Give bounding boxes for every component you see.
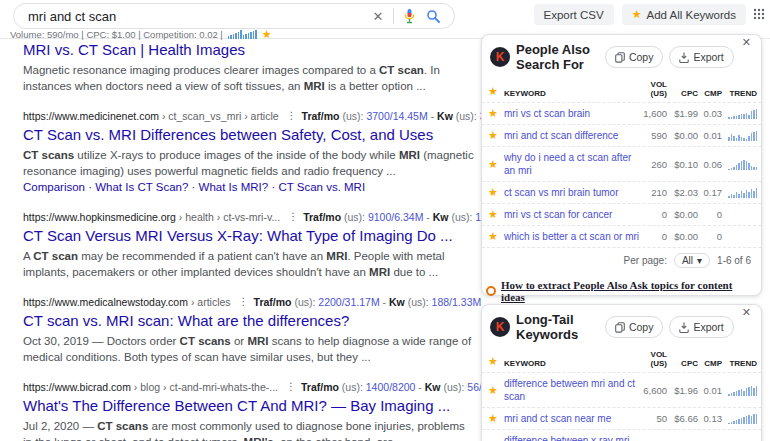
trend-sparkline [727, 108, 757, 119]
trend-sparkline [228, 30, 257, 39]
star-icon[interactable]: ★ [488, 384, 500, 397]
trend-sparkline [727, 209, 757, 220]
traffic-metric-link[interactable]: 9100/6.34M [368, 211, 423, 223]
volume-value: 1,600 [641, 108, 667, 119]
keyword-row: ★ difference between x ray mri and ct sc… [482, 429, 761, 441]
result-sitelinks[interactable]: Comparison · What Is CT Scan? · What Is … [23, 179, 475, 195]
pasf-panel-title: People Also Search For [516, 42, 599, 72]
result-breadcrumb[interactable]: https://www.medicalnewstoday.com › artic… [23, 295, 231, 309]
search-bar: ✕ [13, 3, 455, 29]
keywords-metric-link[interactable]: 188/1.33M [432, 296, 482, 308]
volume-value: 590 [641, 130, 667, 141]
export-button[interactable]: Export [669, 46, 733, 68]
cmp-value: 0.01 [702, 385, 722, 396]
kebab-menu-icon[interactable]: ⋮ [288, 210, 298, 224]
result-snippet: Jul 2, 2020 — CT scans are most commonly… [23, 418, 475, 441]
mic-icon[interactable] [400, 7, 418, 25]
cpc-value: $0.00 [671, 209, 698, 220]
cpc-value: $1.99 [671, 108, 698, 119]
search-input[interactable] [28, 9, 369, 24]
traffic-metric-link[interactable]: 3700/14.45M [366, 110, 427, 122]
keyword-row: ★ ct scan vs mri brain tumor 210 $2.03 0… [482, 181, 761, 203]
copy-button[interactable]: Copy [605, 316, 664, 338]
kwe-query-metrics: Volume: 590/mo | CPC: $1.00 | Competitio… [10, 28, 272, 41]
keyword-column-header: KEYWORD [504, 89, 641, 98]
traffic-metric-link[interactable]: 1400/8200 [366, 381, 416, 393]
keyword-link[interactable]: why do i need a ct scan after an mri [504, 151, 641, 177]
volume-value: 0 [641, 231, 667, 242]
export-button[interactable]: Export [669, 316, 733, 338]
clear-search-icon[interactable]: ✕ [369, 7, 387, 25]
result-title-link[interactable]: CT Scan Versus MRI Versus X-Ray: What Ty… [23, 226, 475, 246]
per-page-label: Per page: [624, 255, 667, 266]
keyword-link[interactable]: mri vs ct scan for cancer [504, 208, 641, 221]
close-panel-icon[interactable]: ✕ [740, 34, 753, 51]
keyword-row: ★ mri and ct scan difference 590 $0.00 0… [482, 124, 761, 146]
pasf-panel: K People Also Search For Copy Export ✕ ★… [481, 34, 762, 296]
trend-sparkline [727, 187, 757, 198]
star-icon[interactable]: ★ [488, 230, 500, 243]
star-icon[interactable]: ★ [488, 412, 500, 425]
keywords-everywhere-logo-icon: K [490, 317, 510, 337]
star-icon[interactable]: ★ [488, 208, 500, 221]
kebab-menu-icon[interactable]: ⋮ [239, 295, 249, 309]
search-result: https://www.hopkinsmedicine.org › health… [23, 210, 475, 280]
close-panel-icon[interactable]: ✕ [740, 304, 753, 321]
table-header: ★ KEYWORD VOL(US) CPC CMP TREND [482, 77, 761, 102]
cmp-value: 0.13 [702, 413, 722, 424]
cpc-value: $1.96 [671, 385, 698, 396]
longtail-keyword-list: ★ difference between mri and ct scan 6,6… [482, 372, 761, 441]
pasf-help-link[interactable]: How to extract People Also Ask topics fo… [501, 279, 757, 303]
trend-sparkline [727, 159, 757, 170]
pagination-row: Per page: All ▾ 1-6 of 6 [482, 247, 761, 273]
keyword-link[interactable]: mri and ct scan near me [504, 412, 641, 425]
star-icon[interactable]: ★ [488, 129, 500, 142]
result-title-link[interactable]: CT scan vs. MRI scan: What are the diffe… [23, 311, 475, 331]
result-breadcrumb[interactable]: https://www.bicrad.com › blog › ct-and-m… [23, 380, 278, 394]
volume-value: 0 [641, 209, 667, 220]
result-breadcrumb[interactable]: https://www.hopkinsmedicine.org › health… [23, 210, 280, 224]
keyword-link[interactable]: mri vs ct scan brain [504, 107, 641, 120]
keyword-link[interactable]: difference between x ray mri and ct scan [504, 434, 641, 441]
keyword-link[interactable]: mri and ct scan difference [504, 129, 641, 142]
result-breadcrumb[interactable]: https://www.medicinenet.com › ct_scan_vs… [23, 109, 279, 123]
keyword-link[interactable]: which is better a ct scan or mri [504, 230, 641, 243]
search-result: MRI vs. CT Scan | Health Images Magnetic… [23, 40, 475, 94]
search-icon[interactable] [424, 7, 442, 25]
volume-value: 6,600 [641, 385, 667, 396]
copy-button[interactable]: Copy [605, 46, 664, 68]
cpc-column-header: CPC [671, 359, 698, 368]
result-title-link[interactable]: CT Scan vs. MRI Differences between Safe… [23, 125, 475, 145]
star-icon: ★ [488, 85, 500, 98]
range-label: 1-6 of 6 [717, 255, 751, 266]
star-icon[interactable]: ★ [262, 28, 272, 41]
keyword-link[interactable]: difference between mri and ct scan [504, 377, 641, 403]
google-apps-icon[interactable] [753, 8, 765, 20]
cmp-value: 0.03 [702, 108, 722, 119]
star-icon[interactable]: ★ [488, 158, 500, 171]
cmp-value: 0 [702, 231, 722, 242]
kebab-menu-icon[interactable]: ⋮ [286, 380, 296, 394]
result-title-link[interactable]: MRI vs. CT Scan | Health Images [23, 40, 475, 60]
search-result: https://www.medicalnewstoday.com › artic… [23, 295, 475, 365]
star-icon[interactable]: ★ [488, 107, 500, 120]
cpc-value: $0.00 [671, 231, 698, 242]
kwe-domain-metrics: Traf/mo (us): 1400/8200 - Kw (us): 56/14… [301, 380, 505, 394]
export-csv-button[interactable]: Export CSV [534, 4, 614, 25]
result-title-link[interactable]: What's The Difference Between CT And MRI… [23, 396, 475, 416]
keyword-column-header: KEYWORD [504, 359, 641, 368]
volume-value: 50 [641, 413, 667, 424]
traffic-metric-link[interactable]: 2200/31.17M [318, 296, 379, 308]
query-metrics-text: Volume: 590/mo | CPC: $1.00 | Competitio… [10, 29, 223, 40]
result-snippet: Magnetic resonance imaging produces clea… [23, 62, 475, 94]
add-all-keywords-button[interactable]: ★ Add All Keywords [622, 4, 746, 25]
cmp-value: 0.01 [702, 130, 722, 141]
keyword-link[interactable]: ct scan vs mri brain tumor [504, 186, 641, 199]
trend-sparkline [727, 231, 757, 242]
star-icon[interactable]: ★ [488, 186, 500, 199]
keyword-row: ★ difference between mri and ct scan 6,6… [482, 372, 761, 407]
kebab-menu-icon[interactable]: ⋮ [287, 109, 297, 123]
per-page-select[interactable]: All ▾ [674, 253, 710, 268]
search-results: MRI vs. CT Scan | Health Images Magnetic… [23, 38, 475, 441]
keywords-everywhere-logo-icon: K [490, 47, 510, 67]
